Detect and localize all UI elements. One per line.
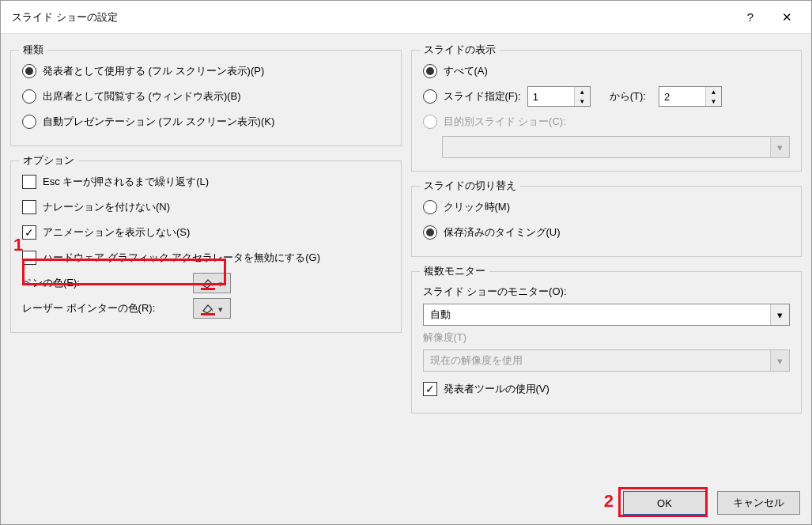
label: 発表者として使用する (フル スクリーン表示)(P) — [43, 64, 264, 78]
annotation-number-2: 2 — [604, 491, 614, 512]
chevron-down-icon: ▾ — [770, 304, 789, 325]
group-show-type: 種類 発表者として使用する (フル スクリーン表示)(P) 出席者として閲覧する… — [10, 50, 402, 146]
to-label: から(T): — [610, 89, 646, 104]
radio-kiosk[interactable]: 自動プレゼンテーション (フル スクリーン表示)(K) — [22, 109, 390, 134]
checkbox-presenter-view[interactable]: 発表者ツールの使用(V) — [423, 376, 791, 402]
label: ナレーションを付けない(N) — [43, 200, 170, 214]
help-button[interactable]: ? — [732, 1, 769, 34]
group-legend-advance: スライドの切り替え — [420, 179, 520, 193]
spinner-up-icon[interactable]: ▲ — [706, 87, 721, 96]
custom-show-combo-row: ▾ — [423, 134, 791, 160]
group-advance: スライドの切り替え クリック時(M) 保存済みのタイミング(U) — [411, 186, 803, 257]
chevron-down-icon: ▾ — [770, 137, 789, 157]
spinner-down-icon[interactable]: ▼ — [575, 96, 590, 106]
radio-icon — [423, 225, 437, 240]
radio-icon — [423, 200, 437, 214]
combo-value: 現在の解像度を使用 — [424, 353, 771, 368]
label: クリック時(M) — [444, 200, 511, 214]
cancel-button[interactable]: キャンセル — [717, 491, 800, 515]
paint-bucket-icon — [201, 277, 215, 289]
radio-all-slides[interactable]: すべて(A) — [423, 59, 791, 84]
radio-icon — [22, 64, 36, 78]
label: ハードウェア グラフィック アクセラレータを無効にする(G) — [43, 251, 320, 265]
radio-slide-range[interactable]: スライド指定(F): ▲▼ から(T): ▲▼ — [423, 84, 791, 109]
spinner-up-icon[interactable]: ▲ — [575, 87, 590, 96]
label: アニメーションを表示しない(S) — [43, 225, 190, 240]
checkbox-icon — [22, 175, 36, 189]
chevron-down-icon — [218, 303, 223, 315]
label: 保存済みのタイミング(U) — [444, 225, 561, 240]
label: 目的別スライド ショー(C): — [444, 115, 566, 129]
from-spinner[interactable]: ▲▼ — [527, 86, 591, 107]
dialog-buttons: OK キャンセル — [623, 491, 800, 515]
to-input[interactable] — [659, 87, 705, 106]
resolution-combo: 現在の解像度を使用 ▾ — [423, 349, 791, 372]
checkbox-no-animation[interactable]: アニメーションを表示しない(S) — [22, 220, 390, 245]
label: 出席者として閲覧する (ウィンドウ表示)(B) — [43, 89, 241, 104]
pen-color-label: ペンの色(E): — [22, 276, 187, 290]
label: すべて(A) — [444, 64, 488, 78]
checkbox-icon — [423, 382, 437, 396]
checkbox-loop-esc[interactable]: Esc キーが押されるまで繰り返す(L) — [22, 169, 390, 195]
close-button[interactable]: ✕ — [769, 1, 805, 34]
monitor-combo[interactable]: 自動 ▾ — [423, 304, 791, 326]
laser-color-picker[interactable] — [193, 298, 231, 319]
group-options: オプション Esc キーが押されるまで繰り返す(L) ナレーションを付けない(N… — [10, 161, 402, 333]
label: 発表者ツールの使用(V) — [444, 382, 550, 396]
checkbox-disable-hw-accel[interactable]: ハードウェア グラフィック アクセラレータを無効にする(G) — [22, 245, 390, 270]
ok-button[interactable]: OK — [623, 491, 706, 515]
radio-custom-show: 目的別スライド ショー(C): — [423, 109, 791, 134]
group-legend-monitors: 複数モニター — [420, 264, 489, 278]
titlebar: スライド ショーの設定 ? ✕ — [1, 1, 811, 34]
window-title: スライド ショーの設定 — [12, 10, 732, 25]
group-legend-options: オプション — [19, 153, 78, 168]
radio-icon — [423, 115, 437, 129]
radio-icon — [423, 89, 437, 104]
group-show-slides: スライドの表示 すべて(A) スライド指定(F): ▲▼ から(T): ▲▼ — [411, 50, 803, 172]
radio-browsed[interactable]: 出席者として閲覧する (ウィンドウ表示)(B) — [22, 84, 390, 109]
pen-color-row: ペンの色(E): — [22, 270, 390, 296]
monitor-label: スライド ショーのモニター(O): — [423, 285, 791, 299]
to-spinner[interactable]: ▲▼ — [659, 86, 722, 107]
spinner-down-icon[interactable]: ▼ — [706, 96, 721, 106]
label: Esc キーが押されるまで繰り返す(L) — [43, 175, 209, 189]
checkbox-icon — [22, 200, 36, 214]
from-input[interactable] — [528, 87, 574, 106]
laser-color-label: レーザー ポインターの色(R): — [22, 301, 187, 315]
group-legend-type: 種類 — [19, 43, 47, 57]
checkbox-icon — [22, 251, 36, 265]
group-monitors: 複数モニター スライド ショーのモニター(O): 自動 ▾ 解像度(T) 現在の… — [411, 271, 803, 414]
radio-icon — [423, 64, 437, 78]
radio-presenter[interactable]: 発表者として使用する (フル スクリーン表示)(P) — [22, 59, 390, 84]
checkbox-icon — [22, 225, 36, 240]
chevron-down-icon — [218, 278, 223, 289]
titlebar-controls: ? ✕ — [732, 1, 805, 34]
dialog-window: スライド ショーの設定 ? ✕ 種類 発表者として使用する (フル スクリーン表… — [0, 0, 812, 525]
combo-value: 自動 — [424, 308, 771, 322]
resolution-label: 解像度(T) — [423, 330, 791, 345]
custom-show-combo: ▾ — [442, 136, 791, 158]
label: スライド指定(F): — [444, 89, 521, 104]
label: 自動プレゼンテーション (フル スクリーン表示)(K) — [43, 115, 274, 129]
group-legend-slides: スライドの表示 — [420, 43, 500, 57]
pen-color-picker[interactable] — [193, 273, 231, 293]
paint-bucket-icon — [201, 302, 215, 315]
checkbox-no-narration[interactable]: ナレーションを付けない(N) — [22, 195, 390, 220]
radio-on-click[interactable]: クリック時(M) — [423, 195, 791, 220]
radio-use-timings[interactable]: 保存済みのタイミング(U) — [423, 220, 791, 245]
radio-icon — [22, 115, 36, 129]
laser-color-row: レーザー ポインターの色(R): — [22, 296, 390, 321]
chevron-down-icon: ▾ — [770, 350, 789, 371]
radio-icon — [22, 89, 36, 104]
